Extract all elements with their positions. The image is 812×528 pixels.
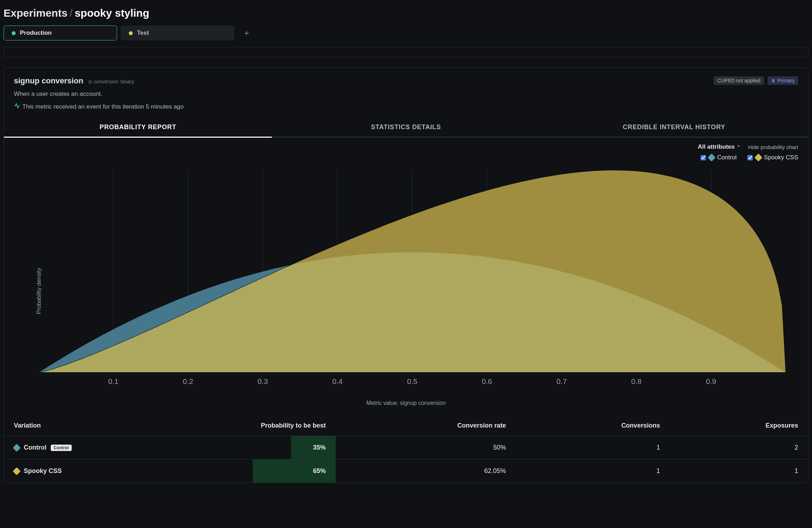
legend-item-spooky[interactable]: Spooky CSS [747,154,798,161]
probability-cell: 65% [208,460,336,483]
table-row: ControlControl35%50%12 [4,436,808,460]
conversion-rate-cell: 62.05% [336,460,516,483]
plus-icon: ＋ [243,28,251,37]
variation-cell: ControlControl [14,444,198,451]
chevron-up-icon: ⌄ [737,144,740,149]
env-tab-production[interactable]: Production [4,26,117,40]
diamond-icon [13,444,21,452]
conversion-rate-cell: 50% [336,436,516,460]
col-exposures: Exposures [670,416,808,436]
conversions-cell: 1 [516,460,670,483]
svg-text:0.9: 0.9 [706,377,716,385]
svg-text:0.6: 0.6 [482,377,492,385]
status-dot-icon [12,31,16,35]
variation-name: Control [24,444,46,451]
metric-description: When a user creates an account. [4,88,808,100]
chart-canvas: 0.10.20.30.40.50.60.70.80.9 [14,166,798,397]
exposures-cell: 1 [670,460,808,483]
control-pill: Control [51,445,72,451]
env-tab-label: Production [20,29,52,37]
metric-type-badge: conversion: binary [88,79,134,84]
diamond-icon [13,467,21,475]
exposures-cell: 2 [670,436,808,460]
breadcrumb-current: spooky styling [75,7,149,19]
chart-y-axis-label: Probability density [36,268,42,314]
svg-text:0.5: 0.5 [407,377,417,385]
report-tabs: PROBABILITY REPORT STATISTICS DETAILS CR… [4,118,808,138]
tab-statistics-details[interactable]: STATISTICS DETAILS [272,118,540,137]
status-dot-icon [129,31,133,35]
metric-card: signup conversion conversion: binary CUP… [4,67,808,483]
panel-top-edge [4,47,808,57]
results-table: Variation Probability to be best Convers… [4,416,808,483]
svg-text:0.1: 0.1 [108,377,119,385]
attributes-dropdown[interactable]: All attributes ⌄ [698,143,740,150]
table-row: Spooky CSS65%62.05%11 [4,460,808,483]
svg-text:0.8: 0.8 [631,377,641,385]
conversions-cell: 1 [516,436,670,460]
cuped-badge: CUPED not applied [714,76,764,85]
breadcrumb-parent[interactable]: Experiments [4,7,67,19]
col-conversion-rate: Conversion rate [336,416,516,436]
add-environment-button[interactable]: ＋ [238,26,256,40]
breadcrumb: Experiments/spooky styling [4,4,808,26]
legend-checkbox-control[interactable] [701,155,706,160]
variation-name: Spooky CSS [24,467,62,475]
svg-text:0.7: 0.7 [556,377,567,385]
attributes-label: All attributes [698,143,735,150]
tab-probability-report[interactable]: PROBABILITY REPORT [4,118,272,138]
metric-status-text: This metric received an event for this i… [22,103,184,110]
chart-legend: Control Spooky CSS [4,153,808,166]
svg-text:0.4: 0.4 [332,377,342,385]
hide-chart-toggle[interactable]: Hide probability chart [748,144,798,150]
metric-status: This metric received an event for this i… [4,100,808,118]
breadcrumb-sep: / [67,7,75,19]
metric-title: signup conversion [14,76,83,86]
legend-checkbox-spooky[interactable] [747,155,753,160]
primary-badge: ♛ Primary [768,76,798,85]
svg-text:0.3: 0.3 [258,377,268,385]
chart-x-axis-label: Metric value: signup conversion [14,397,798,413]
legend-label: Control [717,154,737,161]
tab-credible-interval-history[interactable]: CREDIBLE INTERVAL HISTORY [540,118,808,137]
primary-badge-label: Primary [778,78,795,83]
diamond-icon [707,154,715,162]
col-variation: Variation [4,416,208,436]
col-conversions: Conversions [516,416,670,436]
legend-label: Spooky CSS [764,154,798,161]
probability-cell: 35% [208,436,336,460]
crown-icon: ♛ [771,78,775,83]
svg-text:0.2: 0.2 [183,377,193,385]
probability-chart: Probability density 0.10.20.30.40.50.60.… [4,166,808,416]
diamond-icon [754,154,762,162]
col-probability: Probability to be best [208,416,336,436]
pulse-icon [14,103,20,111]
env-tab-test[interactable]: Test [121,26,234,40]
environment-tabs: Production Test ＋ [4,26,808,40]
variation-cell: Spooky CSS [14,467,198,475]
env-tab-label: Test [137,29,149,37]
legend-item-control[interactable]: Control [701,154,737,161]
